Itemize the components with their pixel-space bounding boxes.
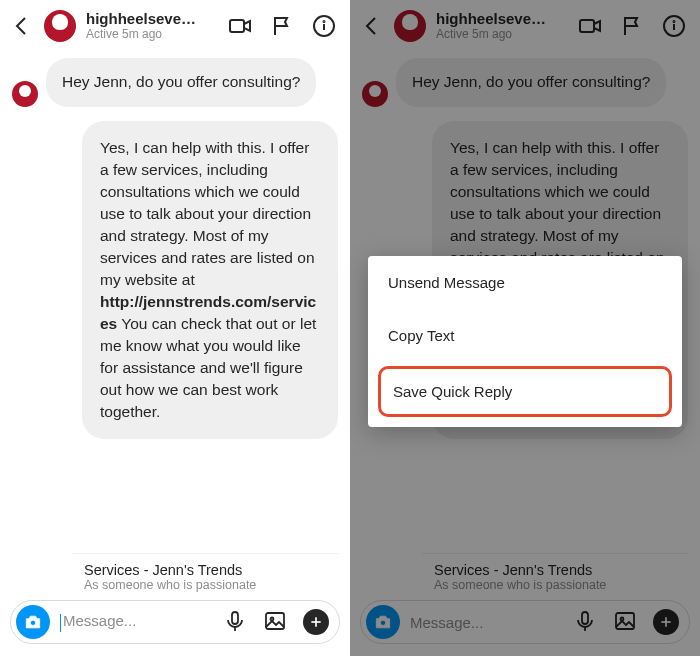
message-composer: Message... [0,592,350,656]
composer-pill: Message... [10,600,340,644]
chat-header: highheelseve… Active 5m ago [0,0,350,52]
copy-text-option[interactable]: Copy Text [368,309,682,362]
incoming-message-row: Hey Jenn, do you offer consulting? [12,58,338,107]
message-action-sheet: Unsend Message Copy Text Save Quick Repl… [368,256,682,427]
camera-button[interactable] [16,605,50,639]
outgoing-text-pre: Yes, I can help with this. I offer a few… [100,139,315,288]
svg-point-4 [30,620,35,625]
header-actions [228,14,340,38]
svg-rect-7 [266,613,284,629]
plus-button[interactable] [303,609,329,635]
chat-screen-right: highheelseve… Active 5m ago Hey Jenn, do… [350,0,700,656]
flag-icon[interactable] [270,14,294,38]
unsend-message-option[interactable]: Unsend Message [368,256,682,309]
save-quick-reply-option[interactable]: Save Quick Reply [378,366,672,417]
video-call-icon[interactable] [228,14,252,38]
outgoing-text-post: You can check that out or let me know wh… [100,315,316,420]
link-preview-card[interactable]: Services - Jenn's Trends As someone who … [72,553,338,592]
gallery-icon[interactable] [263,609,287,636]
outgoing-message-row: Yes, I can help with this. I offer a few… [12,121,338,439]
message-placeholder: Message... [63,612,136,629]
svg-rect-5 [232,612,238,624]
chat-screen-left: highheelseve… Active 5m ago Hey Jenn, do… [0,0,350,656]
sender-avatar[interactable] [12,81,38,107]
message-input[interactable]: Message... [60,612,213,631]
svg-rect-0 [230,20,244,32]
preview-title: Services - Jenn's Trends [84,562,326,578]
header-name-block[interactable]: highheelseve… Active 5m ago [86,11,218,41]
username: highheelseve… [86,11,218,28]
active-status: Active 5m ago [86,28,218,41]
profile-avatar[interactable] [44,10,76,42]
mic-icon[interactable] [223,609,247,636]
incoming-message-bubble[interactable]: Hey Jenn, do you offer consulting? [46,58,316,107]
outgoing-message-bubble[interactable]: Yes, I can help with this. I offer a few… [82,121,338,439]
preview-description: As someone who is passionate [84,578,326,592]
message-thread[interactable]: Hey Jenn, do you offer consulting? Yes, … [0,52,350,592]
svg-point-3 [324,21,325,22]
info-icon[interactable] [312,14,336,38]
back-icon[interactable] [10,14,34,38]
